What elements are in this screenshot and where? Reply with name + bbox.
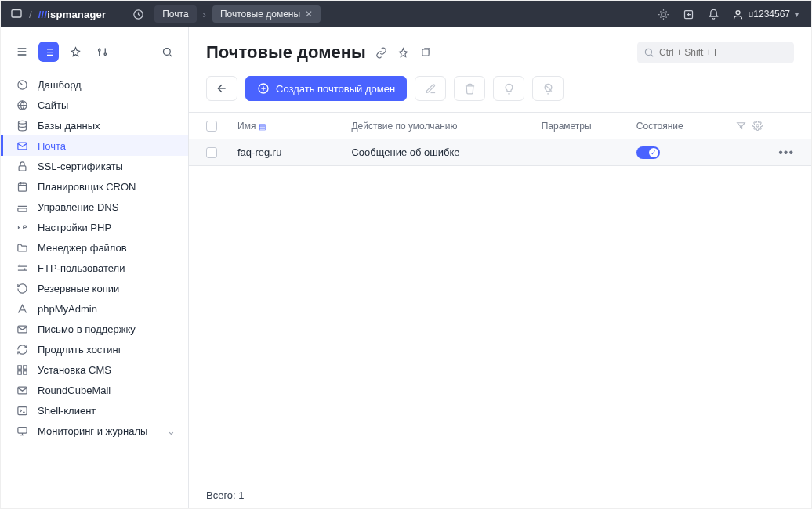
delete-button[interactable]	[454, 76, 485, 101]
row-menu-icon[interactable]: •••	[778, 146, 794, 160]
list-view-icon[interactable]	[38, 42, 59, 62]
enable-button[interactable]	[493, 76, 524, 101]
sidebar-item-db[interactable]: Базы данных	[1, 115, 188, 135]
mail-icon	[16, 140, 28, 152]
sidebar-item-calendar[interactable]: Планировщик CRON	[1, 176, 188, 197]
sidebar-item-ftp[interactable]: FTP-пользователи	[1, 258, 188, 278]
sidebar-item-label: Сайты	[38, 99, 68, 111]
sidebar-item-support[interactable]: Письмо в поддержку	[1, 319, 188, 339]
page-search[interactable]	[637, 42, 794, 63]
new-window-icon[interactable]	[679, 5, 699, 23]
sidebar-item-label: Планировщик CRON	[38, 181, 136, 193]
sidebar-item-dns[interactable]: Управление DNS	[1, 197, 188, 217]
user-menu[interactable]: u1234567 ▾	[729, 9, 802, 20]
col-name[interactable]: Имя▤	[237, 121, 351, 132]
state-toggle[interactable]: ✓	[636, 146, 660, 159]
sidebar-item-label: Продлить хостинг	[38, 344, 122, 356]
sidebar-item-gauge[interactable]: Дашборд	[1, 74, 188, 95]
col-params[interactable]: Параметры	[542, 121, 636, 132]
columns-icon[interactable]	[752, 121, 763, 131]
mail2-icon	[16, 384, 28, 396]
star-outline-icon[interactable]	[396, 45, 411, 60]
sidebar-item-refresh[interactable]: Продлить хостинг	[1, 339, 188, 359]
db-icon	[16, 120, 28, 132]
svg-rect-13	[18, 183, 26, 191]
refresh-icon	[16, 344, 28, 356]
chevron-down-icon: ⌄	[167, 425, 176, 437]
page-title: Почтовые домены	[206, 42, 366, 63]
back-button[interactable]	[206, 76, 237, 101]
sidebar-item-label: SSL-сертификаты	[38, 161, 123, 172]
sidebar-item-label: Почта	[38, 140, 66, 152]
terminal-icon	[16, 405, 28, 417]
row-checkbox[interactable]	[206, 147, 217, 158]
gauge-icon	[16, 79, 28, 91]
history-icon[interactable]	[128, 5, 148, 23]
svg-point-26	[756, 125, 759, 127]
ftp-icon	[16, 262, 28, 274]
svg-rect-19	[23, 370, 26, 374]
sidebar-item-label: Письмо в поддержку	[38, 323, 136, 335]
logo-slash: /	[29, 9, 32, 20]
sidebar-item-folder[interactable]: Менеджер файлов	[1, 237, 188, 258]
grid-icon	[16, 364, 28, 376]
sidebar-item-label: phpMyAdmin	[38, 303, 97, 315]
table-header: Имя▤ Действие по умолчанию Параметры Сос…	[189, 113, 811, 139]
bell-icon[interactable]	[704, 5, 724, 23]
search-input[interactable]	[659, 47, 788, 58]
svg-point-24	[645, 49, 651, 55]
search-icon[interactable]	[157, 42, 177, 62]
star-icon[interactable]	[65, 42, 85, 62]
create-button-label: Создать почтовый домен	[276, 83, 395, 95]
breadcrumb-mail-label: Почта	[162, 9, 188, 20]
svg-point-10	[18, 121, 26, 124]
col-state[interactable]: Состояние	[636, 121, 731, 132]
link-icon[interactable]	[374, 45, 390, 60]
svg-rect-22	[17, 427, 26, 433]
svg-rect-16	[17, 365, 20, 368]
sidebar-item-lock[interactable]: SSL-сертификаты	[1, 156, 188, 176]
sidebar-item-label: Установка CMS	[38, 364, 111, 376]
svg-point-4	[736, 10, 740, 14]
sidebar-item-terminal[interactable]: Shell-клиент	[1, 400, 188, 421]
hamburger-icon[interactable]	[12, 42, 32, 62]
sidebar-item-php[interactable]: Настройки PHP	[1, 217, 188, 237]
svg-rect-0	[12, 10, 21, 17]
col-action[interactable]: Действие по умолчанию	[351, 121, 541, 132]
sidebar-item-mail2[interactable]: RoundCubeMail	[1, 380, 188, 400]
close-icon[interactable]: ✕	[305, 9, 313, 20]
dns-icon	[16, 201, 28, 213]
sidebar-item-monitor[interactable]: Мониторинг и журналы⌄	[1, 421, 188, 441]
sidebar-item-globe[interactable]: Сайты	[1, 95, 188, 115]
logo[interactable]: / ///ispmanager	[10, 8, 106, 20]
lock-icon	[16, 161, 28, 172]
breadcrumb-mail[interactable]: Почта	[154, 5, 196, 23]
support-icon	[16, 323, 28, 335]
select-all-checkbox[interactable]	[206, 121, 217, 132]
main-content: Почтовые домены Создать почтовый домен	[189, 27, 811, 508]
sidebar: ДашбордСайтыБазы данныхПочтаSSL-сертифик…	[1, 27, 189, 508]
sidebar-item-pma[interactable]: phpMyAdmin	[1, 298, 188, 319]
monitor-icon	[16, 425, 28, 437]
globe-icon	[16, 99, 28, 111]
popout-icon[interactable]	[418, 45, 433, 60]
sidebar-item-backup[interactable]: Резервные копии	[1, 278, 188, 298]
sidebar-item-mail[interactable]: Почта	[1, 135, 188, 156]
svg-rect-17	[23, 365, 26, 368]
php-icon	[16, 222, 28, 233]
disable-button[interactable]	[532, 76, 564, 101]
sidebar-item-label: Управление DNS	[38, 201, 118, 213]
edit-button[interactable]	[415, 76, 446, 101]
sidebar-item-grid[interactable]: Установка CMS	[1, 359, 188, 380]
settings-icon[interactable]	[92, 42, 112, 62]
table-row[interactable]: faq-reg.ru Сообщение об ошибке ✓ •••	[189, 139, 811, 166]
filter-icon[interactable]	[736, 121, 746, 131]
logo-brand: ///ispmanager	[38, 9, 106, 20]
create-mail-domain-button[interactable]: Создать почтовый домен	[245, 76, 407, 101]
breadcrumb-mail-domains[interactable]: Почтовые домены ✕	[212, 5, 321, 23]
backup-icon	[16, 283, 28, 294]
svg-rect-23	[422, 49, 429, 56]
theme-icon[interactable]	[654, 5, 674, 23]
topbar: / ///ispmanager Почта › Почтовые домены …	[1, 1, 811, 27]
sidebar-item-label: Базы данных	[38, 120, 100, 132]
